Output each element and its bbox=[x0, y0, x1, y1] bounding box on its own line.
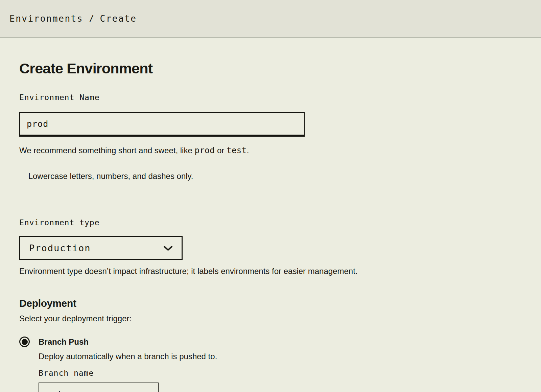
breadcrumb: Environments / Create bbox=[9, 14, 137, 24]
environment-type-selected-value: Production bbox=[29, 243, 91, 253]
environment-name-input[interactable] bbox=[19, 112, 305, 137]
environment-name-help: We recommend something short and sweet, … bbox=[19, 144, 522, 195]
deployment-option-branch-push: Branch Push Deploy automatically when a … bbox=[19, 337, 522, 392]
radio-selected-dot bbox=[22, 339, 28, 345]
branch-name-input[interactable] bbox=[39, 383, 159, 392]
environment-type-help: Environment type doesn’t impact infrastr… bbox=[19, 266, 522, 276]
help-code-test: test bbox=[227, 146, 247, 155]
help-text: . bbox=[247, 146, 249, 155]
branch-push-option-description: Deploy automatically when a branch is pu… bbox=[39, 351, 217, 362]
branch-push-option-body: Branch Push Deploy automatically when a … bbox=[39, 337, 217, 392]
environment-type-select[interactable]: Production bbox=[19, 236, 183, 260]
page-title: Create Environment bbox=[19, 60, 522, 76]
branch-push-option-label[interactable]: Branch Push bbox=[39, 337, 217, 347]
breadcrumb-separator: / bbox=[89, 14, 94, 24]
deployment-section-title: Deployment bbox=[19, 297, 522, 309]
breadcrumb-create-current: Create bbox=[100, 14, 137, 24]
breadcrumb-bar: Environments / Create bbox=[0, 0, 541, 38]
branch-push-radio[interactable] bbox=[19, 337, 30, 347]
create-environment-form: Create Environment Environment Name We r… bbox=[0, 60, 541, 392]
deployment-subheading: Select your deployment trigger: bbox=[19, 314, 522, 324]
help-code-prod: prod bbox=[194, 146, 215, 155]
help-text: or bbox=[215, 146, 227, 155]
chevron-down-icon bbox=[163, 245, 173, 251]
branch-name-label: Branch name bbox=[39, 368, 217, 378]
environment-type-label: Environment type bbox=[19, 218, 522, 227]
environment-name-label: Environment Name bbox=[19, 93, 522, 102]
environment-name-help-line2: Lowercase letters, numbers, and dashes o… bbox=[28, 171, 193, 181]
help-text: We recommend something short and sweet, … bbox=[19, 146, 194, 155]
breadcrumb-environments-link[interactable]: Environments bbox=[9, 14, 83, 24]
